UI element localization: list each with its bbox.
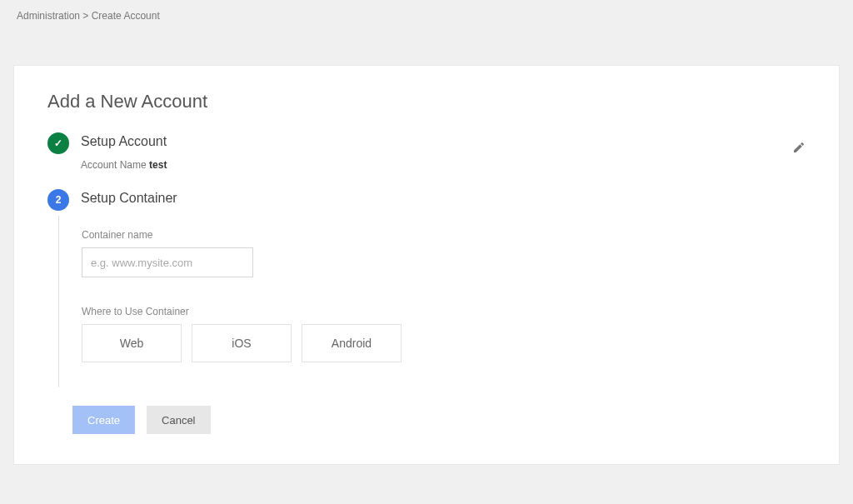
option-ios[interactable]: iOS	[192, 324, 292, 362]
where-to-use-label: Where to Use Container	[82, 306, 806, 317]
step2-body: Container name Where to Use Container We…	[58, 216, 806, 387]
step1-title: Setup Account	[81, 132, 806, 149]
container-name-input[interactable]	[82, 247, 253, 277]
step-1: ✓ Setup Account	[47, 132, 806, 149]
option-web[interactable]: Web	[82, 324, 182, 362]
cancel-button[interactable]: Cancel	[147, 406, 210, 434]
checkmark-icon: ✓	[54, 137, 62, 149]
button-row: Create Cancel	[47, 406, 806, 434]
create-button[interactable]: Create	[72, 406, 135, 434]
container-name-label: Container name	[82, 229, 806, 241]
step1-summary: Account Name test	[47, 159, 806, 171]
main-card: Add a New Account ✓ Setup Account Accoun…	[13, 65, 840, 465]
step2-title: Setup Container	[81, 189, 806, 206]
step1-field-value: test	[149, 159, 167, 171]
page-title: Add a New Account	[47, 91, 806, 112]
step2-badge: 2	[47, 189, 69, 211]
platform-options: Web iOS Android	[82, 324, 806, 362]
breadcrumb: Administration > Create Account	[0, 0, 853, 32]
step-2: 2 Setup Container	[47, 189, 806, 206]
step2-number: 2	[56, 194, 62, 206]
option-android[interactable]: Android	[302, 324, 402, 362]
step1-badge: ✓	[47, 132, 69, 154]
step1-field-label: Account Name	[81, 159, 147, 171]
